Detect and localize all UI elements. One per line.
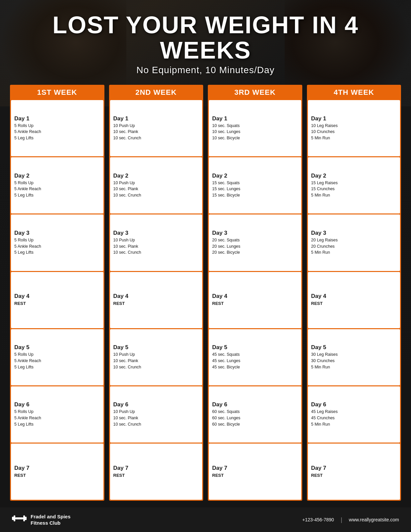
day-card-w4-d3: Day 320 Leg Raises 20 Crunches 5 Min Run <box>308 214 400 271</box>
day-label-w4-d3: Day 3 <box>311 230 397 236</box>
days-container-4: Day 110 Leg Raises 10 Crunches 5 Min Run… <box>307 100 401 501</box>
day-card-w1-d4: Day 4REST <box>11 272 103 328</box>
day-exercises-w4-d3: 20 Leg Raises 20 Crunches 5 Min Run <box>311 237 397 256</box>
day-exercises-w3-d3: 20 sec. Squats 20 sec. Lunges 20 sec. Bi… <box>212 237 298 256</box>
day-label-w4-d4: Day 4 <box>311 293 397 300</box>
subtitle: No Equipment, 10 Minutes/Day <box>13 65 398 75</box>
day-label-w2-d6: Day 6 <box>113 401 199 408</box>
week-col-4: 4TH WEEKDay 110 Leg Raises 10 Crunches 5… <box>307 85 401 501</box>
day-label-w1-d6: Day 6 <box>14 401 100 408</box>
day-card-w2-d6: Day 610 Push Up 10 sec. Plank 10 sec. Cr… <box>110 386 203 443</box>
week-col-1: 1ST WEEKDay 15 Rolls Up 5 Ankle Reach 5 … <box>10 85 104 501</box>
header: LOST YOUR WEIGHT IN 4 WEEKS No Equipment… <box>0 0 411 85</box>
footer-brand-section: Fradel and Spies Fitness Club <box>12 512 70 527</box>
day-label-w1-d2: Day 2 <box>14 173 100 179</box>
day-card-w1-d5: Day 55 Rolls Up 5 Ankle Reach 5 Leg Lift… <box>11 329 103 385</box>
footer-website: www.reallygreatsite.com <box>349 517 399 522</box>
day-label-w3-d5: Day 5 <box>212 344 298 351</box>
gym-logo-icon <box>12 512 27 527</box>
week-col-2: 2ND WEEKDay 110 Push Up 10 sec. Plank 10… <box>109 85 204 501</box>
day-card-w3-d2: Day 215 sec. Squats 15 sec. Lunges 15 se… <box>209 157 301 213</box>
day-label-w3-d1: Day 1 <box>212 115 298 122</box>
day-label-w2-d7: Day 7 <box>113 465 199 471</box>
day-label-w2-d4: Day 4 <box>113 293 199 300</box>
day-exercises-w1-d6: 5 Rolls Up 5 Ankle Reach 5 Leg Lifts <box>14 409 100 427</box>
day-card-w4-d7: Day 7REST <box>308 444 400 500</box>
day-label-w1-d4: Day 4 <box>14 293 100 300</box>
day-label-w1-d7: Day 7 <box>14 465 100 471</box>
footer-divider: | <box>341 516 342 523</box>
day-exercises-w2-d6: 10 Push Up 10 sec. Plank 10 sec. Crunch <box>113 409 199 427</box>
day-card-w1-d6: Day 65 Rolls Up 5 Ankle Reach 5 Leg Lift… <box>11 386 103 443</box>
day-exercises-w3-d2: 15 sec. Squats 15 sec. Lunges 15 sec. Bi… <box>212 180 298 199</box>
day-card-w4-d2: Day 215 Leg Raises 15 Crunches 5 Min Run <box>308 157 400 213</box>
week-header-1: 1ST WEEK <box>10 85 104 100</box>
day-label-w2-d5: Day 5 <box>113 344 199 351</box>
day-card-w3-d4: Day 4REST <box>209 272 301 328</box>
day-label-w3-d4: Day 4 <box>212 293 298 300</box>
svg-rect-2 <box>15 517 24 519</box>
day-card-w1-d3: Day 35 Rolls Up 5 Ankle Reach 5 Leg Lift… <box>11 214 103 271</box>
day-label-w4-d5: Day 5 <box>311 344 397 351</box>
brand-subtitle: Fitness Club <box>31 520 70 526</box>
day-exercises-w2-d3: 10 Push Up 10 sec. Plank 10 sec. Crunch <box>113 237 199 256</box>
day-card-w3-d6: Day 660 sec. Squats 60 sec. Lunges 60 se… <box>209 386 301 443</box>
day-card-w2-d7: Day 7REST <box>110 444 203 500</box>
day-label-w4-d7: Day 7 <box>311 465 397 471</box>
day-label-w3-d3: Day 3 <box>212 230 298 236</box>
main-title: LOST YOUR WEIGHT IN 4 WEEKS <box>13 13 398 63</box>
day-exercises-w1-d2: 5 Rolls Up 5 Ankle Reach 5 Leg Lifts <box>14 180 100 199</box>
day-label-w1-d5: Day 5 <box>14 344 100 351</box>
days-container-2: Day 110 Push Up 10 sec. Plank 10 sec. Cr… <box>109 100 204 501</box>
day-exercises-w2-d5: 10 Push Up 10 sec. Plank 10 sec. Crunch <box>113 351 199 370</box>
day-label-w3-d7: Day 7 <box>212 465 298 471</box>
day-label-w3-d2: Day 2 <box>212 173 298 179</box>
day-exercises-w2-d2: 10 Push Up 10 sec. Plank 10 sec. Crunch <box>113 180 199 199</box>
day-exercises-w1-d7: REST <box>14 472 100 479</box>
weeks-grid: 1ST WEEKDay 15 Rolls Up 5 Ankle Reach 5 … <box>10 85 401 501</box>
day-card-w2-d4: Day 4REST <box>110 272 203 328</box>
days-container-1: Day 15 Rolls Up 5 Ankle Reach 5 Leg Lift… <box>10 100 104 501</box>
week-header-2: 2ND WEEK <box>109 85 204 100</box>
day-exercises-w4-d6: 45 Leg Raises 45 Crunches 5 Min Run <box>311 409 397 427</box>
day-card-w3-d3: Day 320 sec. Squats 20 sec. Lunges 20 se… <box>209 214 301 271</box>
brand-name: Fradel and Spies <box>31 513 70 520</box>
workout-table: 1ST WEEKDay 15 Rolls Up 5 Ankle Reach 5 … <box>0 85 411 507</box>
day-card-w3-d7: Day 7REST <box>209 444 301 500</box>
day-card-w4-d5: Day 530 Leg Raises 30 Crunches 5 Min Run <box>308 329 400 385</box>
day-card-w1-d7: Day 7REST <box>11 444 103 500</box>
day-card-w2-d2: Day 210 Push Up 10 sec. Plank 10 sec. Cr… <box>110 157 203 213</box>
day-label-w4-d6: Day 6 <box>311 401 397 408</box>
day-exercises-w1-d3: 5 Rolls Up 5 Ankle Reach 5 Leg Lifts <box>14 237 100 256</box>
day-card-w2-d5: Day 510 Push Up 10 sec. Plank 10 sec. Cr… <box>110 329 203 385</box>
day-exercises-w3-d1: 10 sec. Squats 10 sec. Lunges 10 sec. Bi… <box>212 123 298 141</box>
day-exercises-w1-d4: REST <box>14 300 100 307</box>
day-exercises-w1-d1: 5 Rolls Up 5 Ankle Reach 5 Leg Lifts <box>14 123 100 141</box>
day-exercises-w3-d4: REST <box>212 300 298 307</box>
day-label-w4-d1: Day 1 <box>311 115 397 122</box>
svg-rect-4 <box>25 517 27 520</box>
day-exercises-w4-d4: REST <box>311 300 397 307</box>
day-label-w2-d2: Day 2 <box>113 173 199 179</box>
day-exercises-w2-d7: REST <box>113 472 199 479</box>
days-container-3: Day 110 sec. Squats 10 sec. Lunges 10 se… <box>208 100 302 501</box>
day-label-w1-d3: Day 3 <box>14 230 100 236</box>
week-header-3: 3RD WEEK <box>208 85 302 100</box>
day-exercises-w3-d6: 60 sec. Squats 60 sec. Lunges 60 sec. Bi… <box>212 409 298 427</box>
day-exercises-w4-d1: 10 Leg Raises 10 Crunches 5 Min Run <box>311 123 397 141</box>
day-label-w4-d2: Day 2 <box>311 173 397 179</box>
day-label-w3-d6: Day 6 <box>212 401 298 408</box>
day-card-w3-d1: Day 110 sec. Squats 10 sec. Lunges 10 se… <box>209 100 301 156</box>
day-card-w3-d5: Day 545 sec. Squats 45 sec. Lunges 45 se… <box>209 329 301 385</box>
day-label-w2-d3: Day 3 <box>113 230 199 236</box>
day-card-w1-d2: Day 25 Rolls Up 5 Ankle Reach 5 Leg Lift… <box>11 157 103 213</box>
day-exercises-w3-d7: REST <box>212 472 298 479</box>
footer-phone: +123-456-7890 <box>302 517 334 522</box>
day-exercises-w2-d4: REST <box>113 300 199 307</box>
footer-contact: +123-456-7890 | www.reallygreatsite.com <box>302 516 399 523</box>
day-exercises-w4-d5: 30 Leg Raises 30 Crunches 5 Min Run <box>311 351 397 370</box>
day-card-w2-d1: Day 110 Push Up 10 sec. Plank 10 sec. Cr… <box>110 100 203 156</box>
day-card-w4-d1: Day 110 Leg Raises 10 Crunches 5 Min Run <box>308 100 400 156</box>
week-header-4: 4TH WEEK <box>307 85 401 100</box>
day-card-w4-d6: Day 645 Leg Raises 45 Crunches 5 Min Run <box>308 386 400 443</box>
